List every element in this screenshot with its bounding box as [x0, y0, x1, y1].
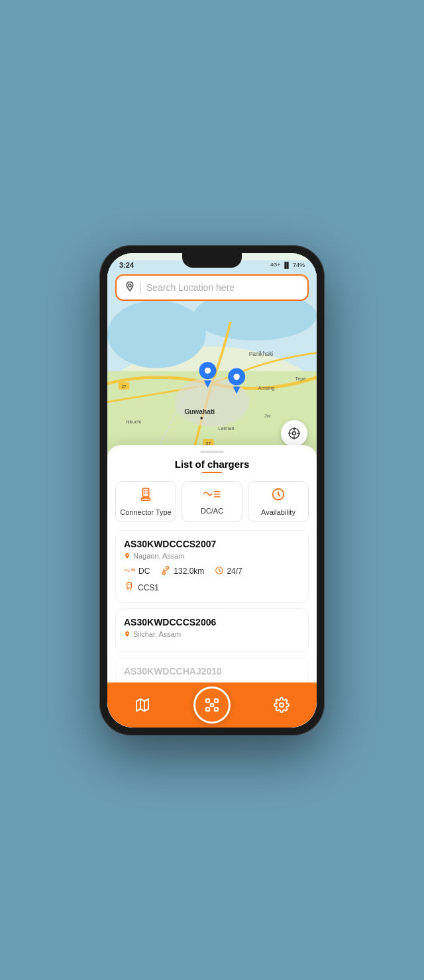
- svg-rect-27: [142, 488, 148, 496]
- card-avail-text-0: 24/7: [227, 567, 242, 576]
- search-bar[interactable]: Search Location here: [115, 274, 309, 301]
- card-location-1: Silchar, Assam: [124, 630, 300, 638]
- bottom-nav: [107, 682, 317, 728]
- card-connector-0: CCS1: [124, 582, 300, 594]
- svg-text:Guwahati: Guwahati: [184, 408, 215, 415]
- connector-text-0: CCS1: [138, 583, 159, 592]
- svg-text:Lalmati: Lalmati: [218, 425, 234, 431]
- phone-screen: 3:24 4G+ ▐▌ 74%: [107, 253, 317, 728]
- availability-label: Availability: [261, 508, 295, 516]
- search-divider: [140, 282, 141, 294]
- locate-button[interactable]: [281, 420, 307, 447]
- dc-ac-filter[interactable]: DC/AC: [182, 481, 242, 522]
- location-icon-0: [124, 553, 131, 559]
- location-pin-icon: [125, 281, 135, 294]
- card-id-1: AS30KWDCCCS2006: [124, 617, 300, 627]
- svg-rect-46: [206, 708, 209, 711]
- card-location-text-0: Nagaon, Assam: [133, 552, 185, 560]
- svg-point-20: [205, 367, 211, 373]
- connector-type-icon: [138, 487, 153, 505]
- svg-point-23: [234, 373, 240, 379]
- status-time: 3:24: [119, 261, 134, 269]
- svg-rect-45: [215, 699, 218, 702]
- dc-ac-label: DC/AC: [201, 507, 223, 515]
- availability-icon: [271, 487, 286, 505]
- signal-icon: ▐▌: [282, 262, 291, 268]
- notch: [182, 253, 242, 268]
- svg-point-36: [166, 567, 169, 569]
- svg-text:Panikhaiti: Panikhaiti: [249, 351, 273, 357]
- svg-text:Tepe: Tepe: [295, 376, 305, 382]
- search-placeholder-text: Search Location here: [146, 282, 235, 293]
- svg-text:27: 27: [121, 384, 127, 389]
- card-availability-0: 24/7: [215, 566, 242, 577]
- svg-point-13: [200, 417, 203, 419]
- charger-card-0[interactable]: AS30KWDCCCS2007 Nagaon, Assam: [115, 530, 309, 603]
- location-icon-1: [124, 631, 131, 637]
- phone-shell: 3:24 4G+ ▐▌ 74%: [99, 245, 325, 735]
- svg-point-24: [129, 284, 131, 286]
- card-id-0: AS30KWDCCCS2007: [124, 539, 300, 549]
- svg-rect-38: [127, 582, 132, 588]
- card-id-2: AS30KWDCCHAJ2010: [124, 666, 300, 677]
- card-location-0: Nagaon, Assam: [124, 552, 300, 560]
- sheet-handle: [200, 451, 224, 453]
- svg-point-43: [280, 703, 284, 707]
- svg-text:Amsing: Amsing: [258, 385, 275, 391]
- card-details-0: DC 132.0km: [124, 565, 300, 578]
- svg-rect-47: [215, 708, 218, 711]
- network-icon: 4G+: [270, 262, 280, 268]
- battery-text: 74%: [293, 262, 305, 268]
- status-right: 4G+ ▐▌ 74%: [270, 262, 305, 268]
- distance-icon-0: [160, 565, 171, 578]
- svg-rect-44: [206, 699, 209, 702]
- svg-rect-28: [142, 498, 150, 500]
- card-location-text-1: Silchar, Assam: [133, 630, 181, 638]
- svg-point-25: [293, 431, 296, 435]
- connector-type-filter[interactable]: Connector Type: [115, 481, 176, 522]
- type-icon-0: [124, 567, 136, 576]
- bottom-sheet: List of chargers Connector Type: [107, 445, 317, 728]
- svg-point-3: [107, 300, 206, 368]
- card-type-text-0: DC: [138, 567, 150, 576]
- filter-row: Connector Type DC/AC: [107, 478, 317, 527]
- svg-point-35: [163, 572, 166, 574]
- nav-scan-button[interactable]: [193, 686, 231, 724]
- connector-type-label: Connector Type: [120, 508, 171, 516]
- card-type-0: DC: [124, 567, 150, 576]
- card-distance-text-0: 132.0km: [174, 567, 204, 576]
- nav-map-button[interactable]: [107, 697, 177, 713]
- svg-text:hikuchi: hikuchi: [126, 419, 141, 425]
- connector-icon-0: [124, 582, 134, 594]
- availability-filter[interactable]: Availability: [248, 481, 309, 522]
- card-distance-0: 132.0km: [160, 565, 204, 578]
- svg-rect-48: [211, 704, 213, 706]
- charger-card-1[interactable]: AS30KWDCCCS2006 Silchar, Assam: [115, 608, 309, 652]
- nav-settings-button[interactable]: [247, 697, 317, 713]
- dc-ac-icon: [203, 487, 221, 504]
- svg-text:Joi: Joi: [264, 412, 271, 418]
- avail-icon-0: [215, 566, 224, 577]
- map-area: Panikhaiti Amsing Tepe Joi Lalmati hikuc…: [107, 253, 317, 459]
- sheet-title: List of chargers: [107, 456, 317, 478]
